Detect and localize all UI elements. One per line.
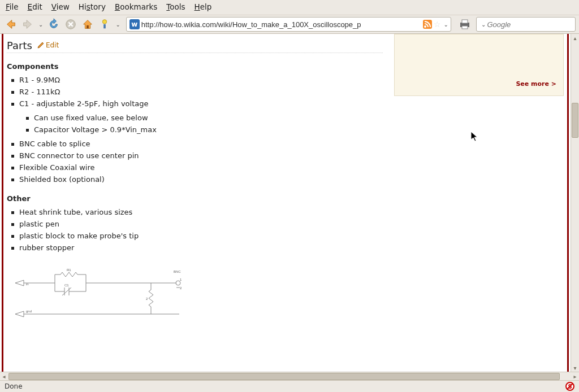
horizontal-scrollbar[interactable]: ◂ ▸ (0, 372, 579, 380)
info-dropdown[interactable]: ⌄ (114, 21, 121, 28)
noscript-icon[interactable]: S (565, 382, 574, 391)
svg-point-28 (176, 281, 180, 285)
print-button[interactable] (458, 18, 472, 31)
parts-title: Parts (7, 40, 32, 51)
svg-rect-3 (104, 24, 106, 28)
menu-view[interactable]: View (51, 2, 70, 11)
components-list-2: BNC cable to splice BNC connector to use… (7, 138, 564, 185)
pencil-icon (37, 41, 45, 49)
svg-rect-1 (87, 25, 89, 29)
menu-help[interactable]: Help (195, 2, 212, 11)
scroll-left-arrow[interactable]: ◂ (0, 373, 8, 380)
info-button[interactable] (97, 17, 112, 32)
list-item: R1 - 9.9MΩ (19, 74, 564, 86)
url-bar[interactable]: w ☆ ⌄ (126, 17, 451, 32)
list-item: plastic block to make probe's tip (19, 230, 564, 242)
scroll-track[interactable] (571, 42, 579, 364)
content-viewport: See more > Parts Edit Components R1 - 9.… (0, 34, 571, 372)
other-list: Heat shrink tube, various sizes plastic … (7, 206, 564, 254)
page-right-border (567, 34, 569, 372)
list-item: Capacitor Voltage > 0.9*Vin_max (34, 124, 564, 136)
menu-file[interactable]: File (6, 2, 19, 11)
list-item: C1 - adjustable 2-5pF, high voltage (19, 98, 564, 110)
home-button[interactable] (80, 17, 95, 32)
list-item: Flexible Coaxial wire (19, 162, 564, 173)
menubar: File Edit View History Bookmarks Tools H… (0, 0, 579, 15)
edit-label: Edit (46, 41, 59, 49)
scroll-down-arrow[interactable]: ▾ (571, 364, 579, 372)
status-text: Done (5, 382, 23, 390)
nav-history-dropdown[interactable]: ⌄ (37, 21, 44, 28)
search-engine-dropdown[interactable]: ⌄ (480, 21, 487, 28)
svg-text:gnd: gnd (26, 310, 32, 313)
status-bar: Done S (0, 380, 579, 392)
list-item: Heat shrink tube, various sizes (19, 206, 564, 218)
list-item: BNC cable to splice (19, 138, 564, 150)
toolbar: ⌄ ⌄ w ☆ ⌄ G ⌄ 🔍 (0, 15, 579, 34)
svg-text:BNC: BNC (174, 270, 181, 273)
hscroll-track[interactable] (8, 373, 571, 380)
menu-tools[interactable]: Tools (166, 2, 185, 11)
list-item: BNC connector to use center pin (19, 150, 564, 162)
svg-point-2 (103, 20, 107, 24)
scroll-up-arrow[interactable]: ▴ (571, 34, 579, 42)
svg-text:2: 2 (180, 286, 182, 290)
list-item: R2 - 111kΩ (19, 86, 564, 98)
rss-icon[interactable] (423, 20, 432, 29)
list-item: Can use fixed value, see below (34, 112, 564, 124)
page-left-border (2, 34, 3, 372)
menu-edit[interactable]: Edit (28, 2, 42, 11)
svg-text:2: 2 (146, 297, 148, 300)
bookmark-star-icon[interactable]: ☆ (434, 20, 441, 29)
scroll-thumb[interactable] (572, 103, 578, 138)
svg-text:in: in (26, 282, 29, 286)
search-input[interactable] (487, 20, 579, 29)
other-subheading: Other (7, 194, 564, 203)
svg-text:1: 1 (180, 278, 182, 281)
section-heading-parts: Parts Edit (7, 34, 383, 53)
stop-button[interactable] (63, 17, 78, 32)
svg-point-5 (424, 25, 426, 28)
menu-history[interactable]: History (79, 2, 106, 11)
svg-rect-4 (423, 20, 432, 29)
site-favicon: w (129, 19, 140, 29)
reload-button[interactable] (46, 17, 61, 32)
components-list: R1 - 9.9MΩ R2 - 111kΩ C1 - adjustable 2-… (7, 74, 564, 110)
back-button[interactable] (3, 17, 18, 32)
search-box[interactable]: G ⌄ 🔍 (476, 17, 576, 32)
vertical-scrollbar[interactable]: ▴ ▾ (571, 34, 579, 372)
forward-button[interactable] (20, 17, 35, 32)
list-item: rubber stopper (19, 242, 564, 254)
hscroll-thumb[interactable] (8, 373, 560, 380)
url-dropdown[interactable]: ⌄ (443, 21, 450, 28)
list-item: Shielded box (optional) (19, 173, 564, 185)
url-input[interactable] (141, 20, 423, 29)
scroll-right-arrow[interactable]: ▸ (571, 373, 579, 380)
circuit-schematic: R1 C1 in gnd BNC 2 1 2 (12, 266, 564, 324)
edit-section-link[interactable]: Edit (37, 41, 59, 49)
menu-bookmarks[interactable]: Bookmarks (115, 2, 157, 11)
svg-text:R1: R1 (67, 268, 71, 272)
svg-rect-7 (462, 20, 468, 23)
svg-rect-8 (462, 26, 468, 29)
list-item: plastic pen (19, 218, 564, 230)
svg-text:C1: C1 (64, 284, 69, 287)
components-sublist: Can use fixed value, see below Capacitor… (7, 112, 564, 136)
